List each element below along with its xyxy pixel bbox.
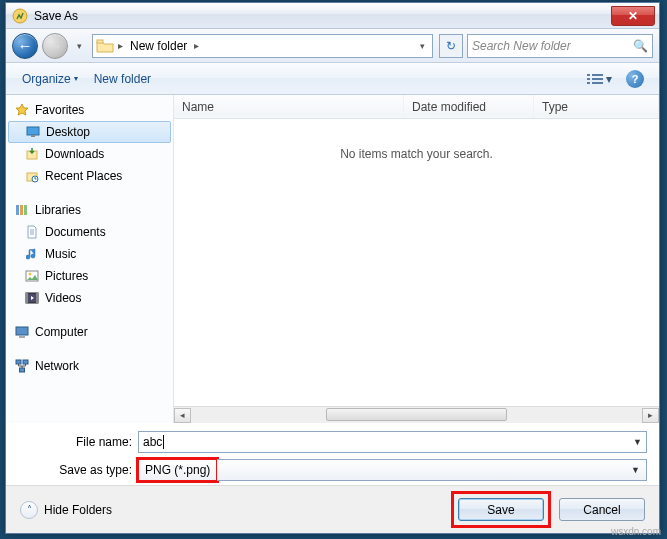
svg-rect-22 [19,336,25,338]
sidebar-item-network[interactable]: Network [6,355,173,377]
address-dropdown[interactable]: ▾ [414,41,430,51]
folder-icon [95,37,115,55]
hide-folders-button[interactable]: ˄ Hide Folders [20,501,112,519]
breadcrumb-folder[interactable]: New folder [126,39,191,53]
title-bar[interactable]: Save As ✕ [6,3,659,29]
close-button[interactable]: ✕ [611,6,655,26]
svg-rect-7 [592,82,603,84]
svg-rect-6 [587,82,590,84]
file-list[interactable]: No items match your search. [174,119,659,406]
svg-rect-4 [587,78,590,80]
empty-message: No items match your search. [340,147,493,161]
recent-places-icon [24,168,40,184]
sidebar-item-computer[interactable]: Computer [6,321,173,343]
svg-rect-1 [97,40,103,43]
scroll-track[interactable] [191,408,642,423]
chevron-down-icon[interactable]: ▼ [631,465,640,475]
scroll-left-button[interactable]: ◂ [174,408,191,423]
chevron-down-icon: ▾ [606,72,612,86]
svg-rect-15 [24,205,27,215]
sidebar-item-music[interactable]: Music [6,243,173,265]
history-dropdown[interactable]: ▾ [72,34,86,58]
column-date[interactable]: Date modified [404,95,534,118]
column-headers[interactable]: Name Date modified Type [174,95,659,119]
sidebar-item-videos[interactable]: Videos [6,287,173,309]
svg-rect-13 [16,205,19,215]
savetype-combobox[interactable]: PNG (*.png) [138,459,217,481]
svg-rect-8 [27,127,39,135]
svg-rect-21 [16,327,28,335]
sidebar-item-pictures[interactable]: Pictures [6,265,173,287]
music-icon [24,246,40,262]
new-folder-button[interactable]: New folder [88,69,157,89]
svg-rect-19 [26,293,28,303]
svg-rect-23 [16,360,21,364]
savetype-value: PNG (*.png) [145,463,210,477]
network-icon [14,358,30,374]
savetype-combobox-ext[interactable]: ▼ [217,459,647,481]
svg-rect-25 [20,368,25,372]
videos-icon [24,290,40,306]
computer-icon [14,324,30,340]
breadcrumb-arrow[interactable]: ▸ [191,40,202,51]
scroll-right-button[interactable]: ▸ [642,408,659,423]
search-placeholder: Search New folder [472,39,571,53]
help-button[interactable]: ? [621,67,649,91]
app-icon [12,8,28,24]
sidebar-item-recent-places[interactable]: Recent Places [6,165,173,187]
file-list-area: Name Date modified Type No items match y… [174,95,659,423]
navigation-bar: ← → ▾ ▸ New folder ▸ ▾ ↻ Search New fold… [6,29,659,63]
arrow-right-icon: → [48,37,63,54]
downloads-icon [24,146,40,162]
toolbar: Organize ▾ New folder ▾ ? [6,63,659,95]
filename-input[interactable]: abc ▼ [138,431,647,453]
sidebar-item-libraries[interactable]: Libraries [6,199,173,221]
sidebar-item-favorites[interactable]: Favorites [6,99,173,121]
window-title: Save As [34,9,78,23]
view-options-button[interactable]: ▾ [582,69,617,89]
column-name[interactable]: Name [174,95,404,118]
svg-rect-5 [592,78,603,80]
chevron-down-icon: ▾ [77,41,82,51]
arrow-left-icon: ← [18,37,33,54]
address-bar[interactable]: ▸ New folder ▸ ▾ [92,34,433,58]
svg-rect-3 [592,74,603,76]
chevron-down-icon[interactable]: ▼ [633,437,642,447]
sidebar-item-desktop[interactable]: Desktop [8,121,171,143]
save-highlight: Save [451,491,551,528]
horizontal-scrollbar[interactable]: ◂ ▸ [174,406,659,423]
desktop-icon [25,124,41,140]
refresh-button[interactable]: ↻ [439,34,463,58]
breadcrumb-arrow[interactable]: ▸ [115,40,126,51]
star-icon [14,102,30,118]
save-button[interactable]: Save [458,498,544,521]
documents-icon [24,224,40,240]
filename-value: abc [143,435,162,449]
svg-rect-2 [587,74,590,76]
search-input[interactable]: Search New folder 🔍 [467,34,653,58]
save-form: File name: abc ▼ Save as type: PNG (*.pn… [6,423,659,485]
column-type[interactable]: Type [534,95,659,118]
scroll-thumb[interactable] [326,408,506,421]
watermark: wsxdn.com [611,526,661,537]
svg-rect-9 [31,135,35,137]
savetype-label: Save as type: [18,463,138,477]
forward-button[interactable]: → [42,33,68,59]
cancel-button[interactable]: Cancel [559,498,645,521]
refresh-icon: ↻ [446,39,456,53]
chevron-down-icon: ▾ [74,74,78,83]
svg-rect-14 [20,205,23,215]
save-as-dialog: Save As ✕ ← → ▾ ▸ New folder ▸ ▾ ↻ Searc… [5,2,660,534]
search-icon: 🔍 [633,39,648,53]
back-button[interactable]: ← [12,33,38,59]
help-icon: ? [626,70,644,88]
pictures-icon [24,268,40,284]
view-icon [587,73,603,85]
filename-label: File name: [18,435,138,449]
sidebar-item-downloads[interactable]: Downloads [6,143,173,165]
sidebar-item-documents[interactable]: Documents [6,221,173,243]
svg-point-17 [29,273,32,276]
organize-button[interactable]: Organize ▾ [16,69,84,89]
navigation-sidebar[interactable]: Favorites Desktop Downloads Recent Place… [6,95,174,423]
svg-rect-24 [23,360,28,364]
